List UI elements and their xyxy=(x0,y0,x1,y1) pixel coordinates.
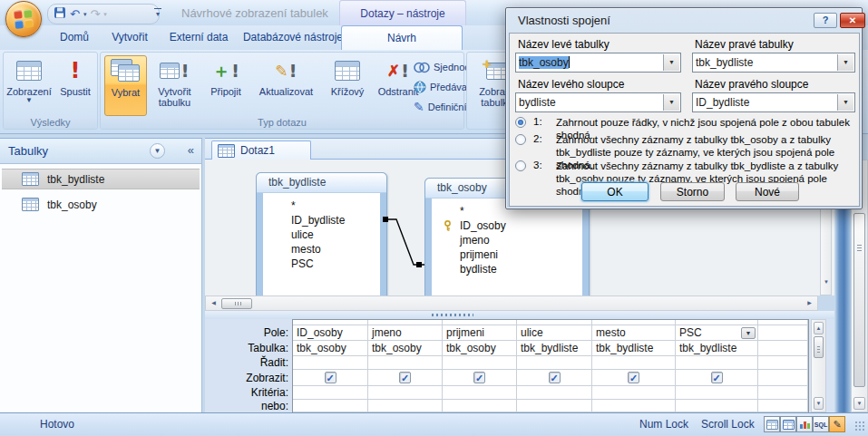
nav-item-tbk-osoby[interactable]: tbk_osoby xyxy=(2,194,200,215)
cancel-button[interactable]: Storno xyxy=(660,182,725,201)
grid-show-cell[interactable]: ✓ xyxy=(368,370,443,386)
undo-icon[interactable]: ↶ xyxy=(70,8,80,20)
grid-or-cell[interactable] xyxy=(517,400,592,412)
grid-cell[interactable] xyxy=(758,341,808,356)
resize-grip[interactable] xyxy=(854,421,865,431)
field-row[interactable]: ID_osoby xyxy=(425,218,589,233)
nav-pane-header[interactable]: Tabulky ▼ « xyxy=(0,139,201,164)
grid-criteria-cell[interactable] xyxy=(368,386,443,400)
right-column-combo[interactable]: ID_bydliste ▼ xyxy=(692,92,855,112)
grid-field-cell[interactable]: prijmeni xyxy=(443,325,517,341)
grid-cell[interactable] xyxy=(758,356,808,370)
document-tab-dotaz1[interactable]: Dotaz1 xyxy=(211,140,311,160)
grid-show-cell[interactable]: ✓ xyxy=(676,370,758,386)
field-row[interactable]: jmeno xyxy=(425,233,589,247)
field-list-title[interactable]: tbk_bydliste xyxy=(257,173,386,193)
scroll-down-icon[interactable]: ▼ xyxy=(822,276,831,288)
grid-show-cell[interactable]: ✓ xyxy=(592,370,676,386)
run-button[interactable]: ! Spustit xyxy=(54,55,96,116)
tab-home[interactable]: Domů xyxy=(51,25,98,50)
pivottable-view-button[interactable] xyxy=(780,416,796,432)
checkbox-checked-icon[interactable]: ✓ xyxy=(473,372,485,383)
design-pane-hscrollbar[interactable]: ◀ ▶ xyxy=(205,296,818,311)
grid-field-cell[interactable]: jmeno xyxy=(368,325,443,341)
vscrollbar-thumb[interactable] xyxy=(814,336,824,358)
tab-create[interactable]: Vytvořit xyxy=(102,25,158,50)
scroll-left-icon[interactable]: ◀ xyxy=(208,298,219,309)
office-button[interactable] xyxy=(5,1,42,37)
grid-or-cell[interactable] xyxy=(368,400,443,412)
grid-table-cell[interactable]: tbk_osoby xyxy=(368,341,443,356)
grid-criteria-cell[interactable] xyxy=(443,386,517,400)
grid-table-cell[interactable]: tbk_bydliste xyxy=(517,341,592,356)
grid-show-cell[interactable]: ✓ xyxy=(517,370,592,386)
field-row[interactable]: mesto xyxy=(257,242,386,257)
grid-table-cell[interactable]: tbk_bydliste xyxy=(592,341,676,356)
tab-external-data[interactable]: Externí data xyxy=(161,25,236,50)
grid-field-cell[interactable]: ID_osoby xyxy=(293,325,368,341)
grid-vscrollbar[interactable]: ▲ ▼ xyxy=(811,319,826,412)
field-row[interactable]: prijmeni xyxy=(425,247,589,262)
grid-or-cell[interactable] xyxy=(592,400,676,412)
append-query-button[interactable]: ＋! Připojit xyxy=(202,55,249,116)
tab-design[interactable]: Návrh xyxy=(341,25,463,50)
grid-cell[interactable] xyxy=(758,386,808,400)
tab-database-tools[interactable]: Databázové nástroje xyxy=(239,25,346,50)
update-query-button[interactable]: ✎! Aktualizovat xyxy=(251,55,321,116)
field-row[interactable]: * xyxy=(257,199,386,213)
right-table-combo[interactable]: tbk_bydliste ▼ xyxy=(692,53,855,73)
crosstab-query-button[interactable]: Křížový xyxy=(323,55,372,116)
grid-criteria-cell[interactable] xyxy=(592,386,676,400)
grid-sort-cell[interactable] xyxy=(592,356,676,370)
checkbox-checked-icon[interactable]: ✓ xyxy=(711,372,723,383)
hscrollbar-thumb[interactable] xyxy=(221,298,252,309)
pivotchart-view-button[interactable] xyxy=(796,416,813,432)
grid-criteria-cell[interactable] xyxy=(517,386,592,400)
grid-field-cell[interactable]: ulice xyxy=(517,325,592,341)
datasheet-view-button[interactable] xyxy=(764,416,780,432)
help-icon[interactable]: ? xyxy=(814,13,837,28)
close-icon[interactable]: ✕ xyxy=(840,13,865,28)
select-query-button[interactable]: Vybrat xyxy=(104,55,147,116)
field-list-tbk-bydliste[interactable]: tbk_bydliste * ID_bydliste ulice mesto P… xyxy=(256,172,387,296)
join-option-1-radio[interactable] xyxy=(515,117,526,128)
dropdown-icon[interactable]: ▼ xyxy=(663,94,679,111)
collapse-pane-icon[interactable]: « xyxy=(188,143,194,157)
new-button[interactable]: Nové xyxy=(736,182,799,201)
grid-sort-cell[interactable] xyxy=(368,356,443,370)
ok-button[interactable]: OK xyxy=(581,182,649,201)
view-button[interactable]: Zobrazení ▼ xyxy=(6,55,52,116)
left-column-combo[interactable]: bydliste ▼ xyxy=(515,92,681,112)
scroll-up-icon[interactable]: ▲ xyxy=(814,322,824,334)
dropdown-icon[interactable]: ▼ xyxy=(663,54,679,71)
scroll-down-icon[interactable]: ▼ xyxy=(814,397,824,410)
customize-qat-button[interactable]: ▾ xyxy=(151,5,165,24)
make-table-query-button[interactable]: ! Vytvořit tabulku xyxy=(149,55,200,116)
nav-menu-chevron-down-icon[interactable]: ▼ xyxy=(150,143,165,159)
checkbox-checked-icon[interactable]: ✓ xyxy=(549,372,561,383)
pane-splitter[interactable] xyxy=(205,311,834,319)
nav-item-tbk-bydliste[interactable]: tbk_bydliste xyxy=(2,169,200,189)
checkbox-checked-icon[interactable]: ✓ xyxy=(399,372,411,383)
grid-cell[interactable] xyxy=(758,400,808,412)
field-row[interactable]: ulice xyxy=(257,228,386,242)
scroll-down-icon[interactable]: ▼ xyxy=(853,397,865,410)
grid-table-cell[interactable]: tbk_bydliste xyxy=(676,341,758,356)
join-option-2-radio[interactable] xyxy=(515,134,526,145)
grid-table-cell[interactable]: tbk_osoby xyxy=(443,341,517,356)
left-table-combo[interactable]: tbk_osoby ▼ xyxy=(515,53,681,73)
field-row[interactable]: bydliste xyxy=(425,262,589,276)
main-vscrollbar-thumb[interactable] xyxy=(853,213,865,387)
grid-sort-cell[interactable] xyxy=(443,356,517,370)
grid-sort-cell[interactable] xyxy=(293,356,368,370)
field-row[interactable]: ID_bydliste xyxy=(257,213,386,228)
grid-cell[interactable] xyxy=(758,370,808,386)
grid-field-cell[interactable]: mesto xyxy=(592,325,676,341)
scroll-right-icon[interactable]: ▶ xyxy=(804,298,815,309)
join-option-3-radio[interactable] xyxy=(515,160,526,171)
sql-view-button[interactable]: SQL xyxy=(813,416,829,432)
grid-cell[interactable] xyxy=(758,325,808,341)
grid-show-cell[interactable]: ✓ xyxy=(293,370,368,386)
grid-sort-cell[interactable] xyxy=(676,356,758,370)
checkbox-checked-icon[interactable]: ✓ xyxy=(325,372,336,383)
